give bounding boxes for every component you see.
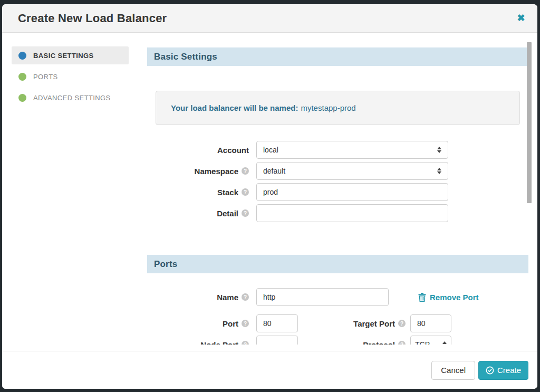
create-button[interactable]: Create bbox=[478, 361, 528, 380]
help-icon[interactable]: ? bbox=[242, 188, 249, 196]
remove-port-link[interactable]: Remove Port bbox=[418, 293, 479, 302]
close-icon[interactable]: ✖ bbox=[513, 10, 529, 26]
sidebar-item-basic-settings[interactable]: BASIC SETTINGS bbox=[12, 46, 129, 64]
section-title: Basic Settings bbox=[154, 52, 217, 62]
remove-port-label: Remove Port bbox=[430, 293, 479, 302]
body-spacer bbox=[2, 345, 537, 351]
node-port-label: Node Port ? bbox=[147, 340, 249, 345]
basic-settings-section-header: Basic Settings bbox=[147, 47, 528, 66]
node-port-input[interactable] bbox=[256, 336, 298, 345]
detail-label: Detail ? bbox=[147, 209, 249, 218]
modal-title: Create New Load Balancer bbox=[18, 12, 167, 25]
section-title: Ports bbox=[154, 259, 177, 270]
account-select[interactable]: local bbox=[256, 141, 448, 159]
help-icon[interactable]: ? bbox=[398, 341, 406, 345]
protocol-label: Protocol ? bbox=[298, 340, 406, 345]
modal-footer: Cancel Create bbox=[2, 351, 537, 389]
help-icon[interactable]: ? bbox=[242, 167, 249, 175]
namespace-select[interactable]: default bbox=[256, 162, 448, 180]
steps-sidebar: BASIC SETTINGS PORTS ADVANCED SETTINGS bbox=[12, 33, 129, 345]
port-name-label: Name ? bbox=[147, 293, 249, 302]
check-circle-icon bbox=[486, 366, 494, 375]
sidebar-item-label: ADVANCED SETTINGS bbox=[33, 94, 111, 102]
label-text: Target Port bbox=[353, 319, 395, 328]
help-icon[interactable]: ? bbox=[242, 341, 249, 345]
ports-section-header: Ports bbox=[147, 255, 528, 273]
step-dot-icon bbox=[18, 73, 26, 81]
port-label: Port ? bbox=[147, 319, 249, 328]
help-icon[interactable]: ? bbox=[242, 209, 249, 217]
label-text: Stack bbox=[217, 188, 238, 197]
label-text: Name bbox=[217, 293, 238, 302]
modal-body: BASIC SETTINGS PORTS ADVANCED SETTINGS B… bbox=[2, 33, 537, 345]
select-arrows-icon bbox=[442, 341, 447, 345]
nodeport-protocol-row: Node Port ? Protocol ? TCP bbox=[147, 336, 528, 345]
step-dot-icon bbox=[18, 94, 26, 102]
notice-label: Your load balancer will be named: bbox=[171, 103, 298, 112]
account-label: Account bbox=[147, 146, 249, 155]
port-name-input[interactable] bbox=[256, 288, 389, 306]
sidebar-item-ports[interactable]: PORTS bbox=[12, 68, 129, 85]
label-text: Detail bbox=[217, 209, 238, 218]
select-arrows-icon bbox=[437, 147, 441, 153]
basic-settings-form: Account local Namespace ? bbox=[147, 141, 528, 222]
selected-value: default bbox=[263, 167, 285, 175]
namespace-row: Namespace ? default bbox=[147, 162, 528, 180]
trash-icon bbox=[418, 293, 426, 302]
target-port-input[interactable] bbox=[410, 314, 451, 332]
target-port-label: Target Port ? bbox=[298, 319, 406, 328]
help-icon[interactable]: ? bbox=[398, 320, 406, 327]
stack-label: Stack ? bbox=[147, 188, 249, 197]
label-text: Protocol bbox=[363, 340, 395, 345]
stack-input[interactable] bbox=[256, 183, 448, 201]
help-icon[interactable]: ? bbox=[242, 293, 249, 301]
label-text: Namespace bbox=[195, 167, 238, 176]
create-load-balancer-modal: Create New Load Balancer ✖ BASIC SETTING… bbox=[2, 4, 537, 389]
step-dot-icon bbox=[18, 52, 26, 60]
scrollbar-thumb[interactable] bbox=[527, 42, 532, 203]
namespace-label: Namespace ? bbox=[147, 167, 249, 176]
account-row: Account local bbox=[147, 141, 528, 159]
selected-value: TCP bbox=[415, 340, 430, 345]
port-input[interactable] bbox=[256, 314, 298, 332]
label-text: Node Port bbox=[200, 340, 238, 345]
page-background: Create New Load Balancer ✖ BASIC SETTING… bbox=[0, 0, 540, 392]
detail-row: Detail ? bbox=[147, 204, 528, 222]
create-button-label: Create bbox=[497, 366, 521, 375]
port-name-row: Name ? Remove Port bbox=[147, 288, 528, 306]
notice-value: mytestapp-prod bbox=[301, 103, 355, 112]
select-arrows-icon bbox=[437, 168, 441, 174]
form-content: Basic Settings Your load balancer will b… bbox=[147, 33, 528, 345]
detail-input[interactable] bbox=[256, 204, 448, 222]
protocol-select[interactable]: TCP bbox=[410, 336, 451, 345]
sidebar-item-label: PORTS bbox=[33, 73, 58, 81]
sidebar-item-label: BASIC SETTINGS bbox=[33, 52, 94, 60]
selected-value: local bbox=[263, 146, 278, 154]
label-text: Port bbox=[223, 319, 238, 328]
stack-row: Stack ? bbox=[147, 183, 528, 201]
label-text: Account bbox=[217, 146, 249, 155]
help-icon[interactable]: ? bbox=[242, 320, 249, 327]
load-balancer-name-notice: Your load balancer will be named: mytest… bbox=[156, 91, 520, 125]
cancel-button[interactable]: Cancel bbox=[431, 361, 475, 380]
modal-header: Create New Load Balancer ✖ bbox=[2, 4, 537, 33]
port-target-row: Port ? Target Port ? bbox=[147, 314, 528, 332]
sidebar-item-advanced-settings[interactable]: ADVANCED SETTINGS bbox=[12, 89, 129, 107]
